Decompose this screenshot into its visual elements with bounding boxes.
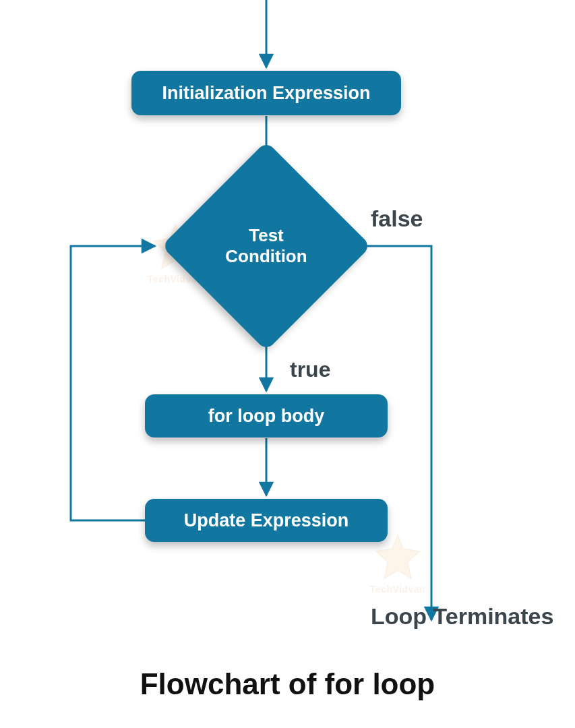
edge-label-true: true [290, 357, 330, 382]
node-label: for loop body [208, 406, 324, 427]
node-label: Test Condition [225, 225, 307, 267]
edge-label-terminate: Loop Terminates [371, 603, 553, 630]
node-test-condition: Test Condition [192, 172, 340, 320]
node-initialization: Initialization Expression [131, 71, 401, 115]
node-label: Initialization Expression [162, 83, 370, 104]
watermark-text: TechVidvan [357, 584, 438, 595]
node-label: Update Expression [184, 510, 349, 531]
diagram-title: Flowchart of for loop [0, 667, 575, 701]
node-update-expression: Update Expression [145, 499, 388, 542]
edge-label-false: false [371, 206, 423, 232]
node-loop-body: for loop body [145, 394, 388, 437]
